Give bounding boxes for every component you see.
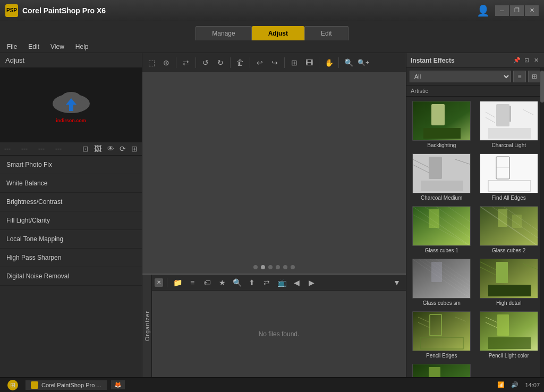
save-tool[interactable]: ⬚ — [145, 56, 158, 69]
adjust-digital-noise-removal[interactable]: Digital Noise Removal — [0, 267, 142, 286]
undo-tool[interactable]: ↩ — [253, 56, 266, 69]
effects-scrollbar-thumb[interactable] — [540, 71, 544, 103]
effect-thumb-charcoal-medium — [412, 154, 471, 193]
svg-rect-45 — [431, 262, 442, 282]
svg-rect-37 — [498, 209, 507, 227]
redo-tool[interactable]: ↪ — [268, 56, 281, 69]
effect-pencil-light-color[interactable]: Pencil Light color — [476, 309, 542, 361]
org-back-tool[interactable]: ◀ — [290, 276, 303, 289]
thumb-next[interactable]: --- — [38, 145, 45, 152]
org-share-tool[interactable]: ⇄ — [260, 276, 273, 289]
adjust-fill-light-clarity[interactable]: Fill Light/Clarity — [0, 211, 142, 230]
effects-list-view-button[interactable]: ≡ — [513, 71, 526, 82]
effect-high-detail[interactable]: High detail — [476, 257, 542, 308]
effect-thumb-glass-cubes-2 — [480, 206, 538, 246]
org-list-tool[interactable]: ≡ — [186, 276, 199, 289]
effects-scroll[interactable]: Backlighting — [406, 97, 544, 377]
share-tool[interactable]: ⇄ — [180, 56, 192, 69]
effect-charcoal-medium[interactable]: Charcoal Medium — [409, 151, 475, 203]
tab-adjust[interactable]: Adjust — [252, 26, 304, 40]
minimize-button[interactable]: ─ — [495, 5, 509, 16]
effect-label-glass-cubes-sm: Glass cubes sm — [423, 300, 461, 306]
crop-tool[interactable]: ⊡ — [82, 144, 89, 153]
svg-rect-17 — [421, 181, 463, 191]
effect-pencil-edges[interactable]: Pencil Edges — [409, 309, 475, 361]
dot-1[interactable] — [253, 265, 258, 269]
rotate-left-tool[interactable]: ↺ — [199, 56, 212, 69]
dot-6[interactable] — [291, 265, 295, 269]
effects-close-button[interactable]: ✕ — [532, 57, 540, 64]
tab-edit[interactable]: Edit — [304, 26, 348, 40]
org-more-tool[interactable]: ▼ — [390, 276, 403, 289]
effects-filter-select[interactable]: All Artistic Black & White Color Film & … — [410, 71, 511, 82]
preview-area: indirson.com — [0, 68, 142, 142]
organizer-close-button[interactable]: ✕ — [155, 278, 163, 287]
effect-glass-cubes-sm[interactable]: Glass cubes sm — [409, 257, 475, 308]
dot-4[interactable] — [276, 265, 280, 269]
cloud-svg — [50, 88, 92, 117]
adjust-white-balance[interactable]: White Balance — [0, 174, 142, 193]
taskbar-firefox[interactable]: 🦊 — [111, 380, 125, 389]
zoom-out-tool[interactable]: 🔍 — [342, 56, 355, 69]
effects-pin-button[interactable]: 📌 — [513, 57, 521, 64]
tab-manage[interactable]: Manage — [196, 26, 251, 40]
effects-float-button[interactable]: ⊡ — [523, 57, 530, 64]
restore-button[interactable]: ❐ — [510, 5, 524, 16]
effect-label-glass-cubes-2: Glass cubes 2 — [492, 248, 525, 253]
svg-rect-48 — [488, 285, 531, 296]
effect-charcoal-light[interactable]: Charcoal Light — [476, 99, 542, 150]
effects-scrollbar[interactable] — [540, 68, 544, 377]
dot-2[interactable] — [261, 265, 265, 269]
effect-glass-cubes-1[interactable]: Glass cubes 1 — [409, 204, 475, 255]
app-title: Corel PaintShop Pro X6 — [22, 6, 477, 15]
rotate-right-tool[interactable]: ↻ — [214, 56, 227, 69]
sep7 — [338, 57, 339, 68]
dot-5[interactable] — [283, 265, 287, 269]
rotate-tool[interactable]: ⟳ — [120, 144, 126, 153]
adjust-local-tone-mapping[interactable]: Local Tone Mapping — [0, 230, 142, 249]
org-tag-tool[interactable]: 🏷 — [201, 276, 214, 289]
menu-file[interactable]: File — [3, 42, 21, 52]
eye-tool[interactable]: 👁 — [107, 144, 114, 153]
save-as-tool[interactable]: ⊕ — [160, 56, 173, 69]
adjust-smart-photo-fix[interactable]: Smart Photo Fix — [0, 156, 142, 174]
adjust-brightness-contrast[interactable]: Brightness/Contrast — [0, 193, 142, 211]
app-icon: PSP — [5, 4, 18, 17]
zoom-in-tool[interactable]: 🔍+ — [357, 56, 370, 69]
thumb-prev-prev[interactable]: --- — [4, 145, 11, 152]
effect-backlighting[interactable]: Backlighting — [409, 99, 475, 150]
org-search-tool[interactable]: 🔍 — [231, 276, 243, 289]
effect-thumb-backlighting — [412, 101, 471, 141]
dot-3[interactable] — [268, 265, 273, 269]
org-star-tool[interactable]: ★ — [216, 276, 228, 289]
start-orb[interactable]: ⊞ — [7, 380, 18, 390]
org-folder-tool[interactable]: 📁 — [171, 276, 184, 289]
org-screen-tool[interactable]: 📺 — [275, 276, 288, 289]
status-right: 📶 🔊 14:07 — [497, 381, 540, 388]
thumb-prev[interactable]: --- — [21, 145, 28, 152]
menu-edit[interactable]: Edit — [24, 42, 44, 52]
effect-find-all-edges[interactable]: Find All Edges — [476, 151, 542, 203]
adjust-high-pass-sharpen[interactable]: High Pass Sharpen — [0, 249, 142, 267]
pan-tool[interactable]: ✋ — [322, 56, 335, 69]
delete-tool[interactable]: 🗑 — [234, 56, 246, 69]
effects-filter: All Artistic Black & White Color Film & … — [406, 68, 544, 86]
grid-tool[interactable]: ⊞ — [288, 56, 301, 69]
organizer-toolbar: ✕ 📁 ≡ 🏷 ★ 🔍 ⬆ ⇄ 📺 ◀ ▶ ▼ — [152, 275, 406, 291]
adjust-tool[interactable]: ⊞ — [131, 144, 138, 153]
effect-extra1[interactable]: Retro — [409, 362, 475, 377]
film-tool[interactable]: 🎞 — [303, 56, 316, 69]
menu-view[interactable]: View — [46, 42, 69, 52]
start-area: ⊞ — [4, 380, 21, 390]
menu-help[interactable]: Help — [71, 42, 93, 52]
effects-grid-view-button[interactable]: ⊞ — [528, 71, 541, 82]
org-upload-tool[interactable]: ⬆ — [245, 276, 258, 289]
image-tool[interactable]: 🖼 — [94, 144, 101, 153]
effect-label-glass-cubes-1: Glass cubes 1 — [425, 248, 458, 253]
org-fwd-tool[interactable]: ▶ — [305, 276, 318, 289]
thumb-next-next[interactable]: --- — [55, 145, 62, 152]
dots-indicator — [253, 265, 295, 269]
effect-glass-cubes-2[interactable]: Glass cubes 2 — [476, 204, 542, 255]
close-button[interactable]: ✕ — [525, 5, 539, 16]
taskbar-paintshop[interactable]: Corel PaintShop Pro ... — [26, 380, 107, 390]
